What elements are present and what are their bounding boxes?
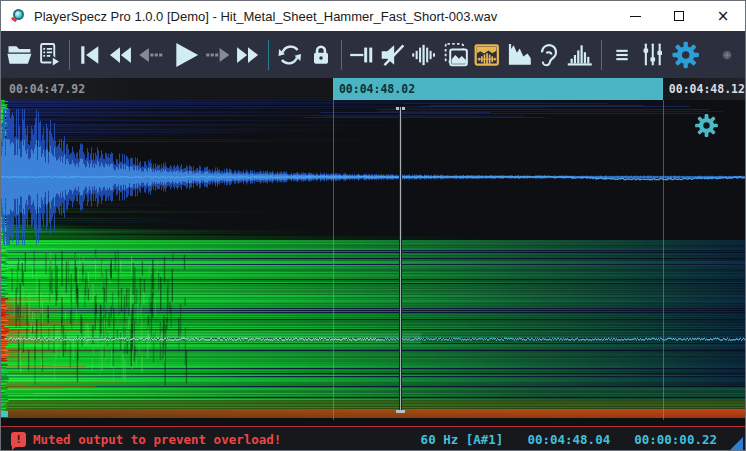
waveform-icon	[409, 40, 439, 70]
skip-to-start-button[interactable]	[75, 35, 105, 75]
toolbar-separator	[601, 40, 602, 70]
close-button[interactable]: ×	[701, 1, 745, 31]
menu-icon	[609, 42, 635, 68]
playhead-cursor[interactable]	[398, 107, 403, 413]
timeline-before-selection[interactable]: 00:04:47.92	[1, 78, 333, 100]
loop-button[interactable]	[274, 35, 306, 75]
app-window: PlayerSpecz Pro 1.0.0 [Demo] - Hit_Metal…	[0, 0, 746, 451]
listen-button[interactable]	[534, 35, 564, 75]
play-icon	[168, 37, 201, 73]
mixer-button[interactable]	[637, 35, 669, 75]
frequency-readout: 60 Hz [A#1]	[421, 432, 504, 447]
playhead-bottom-cap	[396, 410, 405, 413]
skip-to-start-icon	[76, 41, 104, 69]
toolbar-separator	[268, 40, 269, 70]
main-toolbar	[1, 31, 745, 78]
timeline-ruler: 00:04:47.92 00:04:48.02 00:04:48.12	[1, 78, 745, 100]
open-file-playlist-button[interactable]	[34, 35, 64, 75]
loop-icon	[275, 39, 305, 71]
maximize-icon	[674, 11, 684, 21]
playhead-line	[399, 107, 402, 413]
spectrogram-waveform-view-icon	[472, 39, 502, 71]
mute-speaker-icon	[378, 39, 408, 71]
spectrum-view-button[interactable]	[503, 35, 535, 75]
settings-gear-icon	[670, 38, 701, 72]
file-playlist-icon	[35, 40, 63, 70]
settings-button[interactable]	[669, 35, 702, 75]
toolbar-separator	[69, 40, 70, 70]
rewind-icon	[106, 40, 134, 70]
mixer-faders-icon	[638, 39, 668, 71]
timeline-selection-start-time: 00:04:48.02	[339, 82, 415, 96]
open-folder-icon	[5, 40, 33, 70]
timeline-selection[interactable]: 00:04:48.02	[333, 78, 663, 100]
toolbar-separator	[341, 40, 342, 70]
close-icon: ×	[717, 9, 730, 24]
resize-grip[interactable]	[730, 437, 743, 450]
title-bar: PlayerSpecz Pro 1.0.0 [Demo] - Hit_Metal…	[1, 1, 745, 31]
spectrogram-view	[1, 100, 745, 420]
lock-icon	[307, 41, 335, 69]
ear-icon	[535, 40, 563, 70]
window-title: PlayerSpecz Pro 1.0.0 [Demo] - Hit_Metal…	[34, 9, 497, 24]
go-to-cursor-button[interactable]	[347, 35, 377, 75]
timeline-end-time: 00:04:48.12	[669, 82, 745, 96]
waveform-view-button[interactable]	[408, 35, 440, 75]
status-readouts: 60 Hz [A#1] 00:04:48.04 00:00:00.22	[421, 432, 717, 447]
timeline-after-selection[interactable]: 00:04:48.12	[663, 78, 745, 100]
lock-button[interactable]	[306, 35, 336, 75]
spectrum-view-icon	[504, 39, 534, 71]
warning-icon: !	[11, 432, 26, 447]
status-indicator-icon	[717, 45, 737, 65]
status-indicator[interactable]	[712, 35, 742, 75]
go-to-cursor-icon	[348, 40, 376, 70]
histogram-view-button[interactable]	[564, 35, 596, 75]
status-message: Muted output to prevent overload!	[33, 432, 281, 447]
spectrogram-waveform-view-button[interactable]	[471, 35, 503, 75]
layered-view-button[interactable]	[440, 35, 472, 75]
app-logo-magnifier-icon	[11, 9, 26, 24]
step-forward-button[interactable]	[202, 35, 234, 75]
layered-view-icon	[441, 39, 471, 71]
spectrogram-canvas[interactable]	[1, 100, 746, 420]
status-bar: ! Muted output to prevent overload! 60 H…	[1, 427, 745, 451]
position-readout: 00:04:48.04	[527, 432, 610, 447]
window-controls: ×	[613, 1, 745, 31]
menu-button[interactable]	[607, 35, 637, 75]
step-forward-icon	[203, 40, 233, 70]
bottom-panel: ! Muted output to prevent overload! 60 H…	[1, 420, 745, 451]
maximize-button[interactable]	[657, 1, 701, 31]
step-back-button[interactable]	[135, 35, 167, 75]
mute-button[interactable]	[377, 35, 409, 75]
minimize-button[interactable]	[613, 1, 657, 31]
play-button[interactable]	[167, 35, 202, 75]
view-settings-gear-icon[interactable]	[693, 112, 720, 139]
selection-duration-readout: 00:00:00.22	[634, 432, 717, 447]
fast-forward-button[interactable]	[233, 35, 263, 75]
rewind-button[interactable]	[105, 35, 135, 75]
fast-forward-icon	[234, 40, 262, 70]
open-folder-button[interactable]	[4, 35, 34, 75]
timeline-start-time: 00:04:47.92	[9, 82, 85, 96]
step-back-icon	[136, 40, 166, 70]
histogram-icon	[565, 39, 595, 71]
minimize-icon	[630, 16, 641, 17]
